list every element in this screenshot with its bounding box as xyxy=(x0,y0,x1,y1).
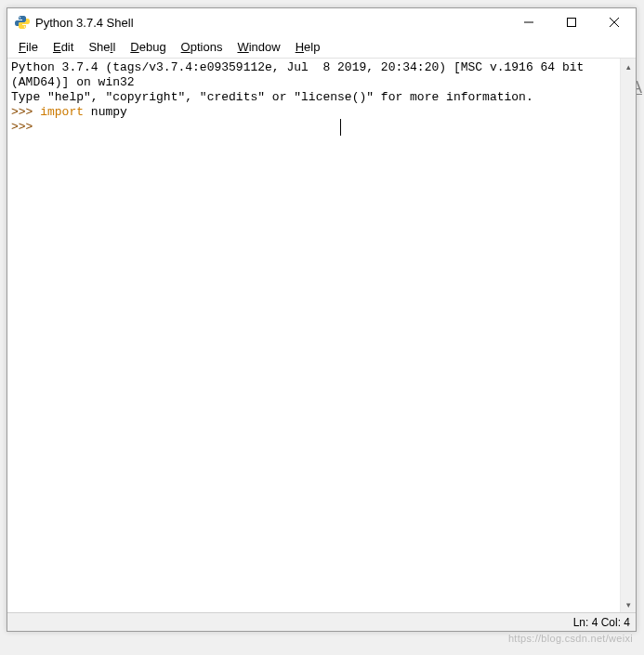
menu-options[interactable]: Options xyxy=(174,38,230,56)
import-module: numpy xyxy=(84,105,127,119)
app-icon xyxy=(15,15,30,30)
shell-text-area[interactable]: Python 3.7.4 (tags/v3.7.4:e09359112e, Ju… xyxy=(7,59,620,612)
banner-line-2: Type "help", "copyright", "credits" or "… xyxy=(11,90,533,104)
watermark-text: https://blog.csdn.net/weixi xyxy=(508,633,633,644)
menu-help[interactable]: Help xyxy=(288,38,328,56)
banner-line-1: Python 3.7.4 (tags/v3.7.4:e09359112e, Ju… xyxy=(11,60,591,89)
maximize-button[interactable] xyxy=(550,8,593,36)
idle-shell-window: Python 3.7.4 Shell File Edit Shell Debug… xyxy=(7,7,637,632)
scroll-down-icon[interactable]: ▾ xyxy=(621,596,636,612)
minimize-button[interactable] xyxy=(507,8,550,36)
titlebar[interactable]: Python 3.7.4 Shell xyxy=(7,8,636,36)
menu-edit[interactable]: Edit xyxy=(46,38,81,56)
svg-point-0 xyxy=(20,17,21,19)
scroll-up-icon[interactable]: ▴ xyxy=(621,59,636,74)
menu-file[interactable]: File xyxy=(11,38,46,56)
cursor-position: Ln: 4 Col: 4 xyxy=(573,616,630,629)
svg-rect-3 xyxy=(568,19,576,27)
window-title: Python 3.7.4 Shell xyxy=(35,16,507,30)
prompt-2: >>> xyxy=(11,120,33,134)
menubar: File Edit Shell Debug Options Window Hel… xyxy=(7,36,636,59)
text-cursor-icon xyxy=(340,119,341,136)
vertical-scrollbar[interactable]: ▴ ▾ xyxy=(620,59,636,612)
menu-debug[interactable]: Debug xyxy=(123,38,173,56)
menu-window[interactable]: Window xyxy=(230,38,287,56)
import-keyword: import xyxy=(40,105,84,119)
close-button[interactable] xyxy=(593,8,636,36)
content-area: Python 3.7.4 (tags/v3.7.4:e09359112e, Ju… xyxy=(7,59,636,612)
menu-shell[interactable]: Shell xyxy=(81,38,123,56)
window-controls xyxy=(507,8,636,36)
svg-point-1 xyxy=(24,26,26,28)
prompt-1: >>> xyxy=(11,105,33,119)
statusbar: Ln: 4 Col: 4 xyxy=(7,612,636,631)
scroll-track[interactable] xyxy=(621,74,636,596)
